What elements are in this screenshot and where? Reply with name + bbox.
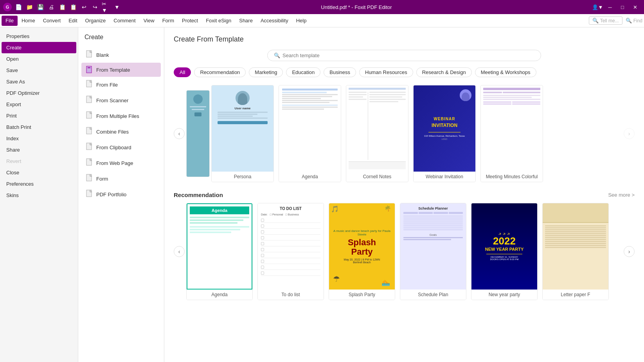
create-label-from-file: From File	[96, 82, 118, 88]
user-icon[interactable]: 👤▼	[592, 2, 603, 12]
category-btn-marketing[interactable]: Marketing	[249, 67, 283, 77]
menu-item-view[interactable]: View	[140, 16, 158, 26]
sidebar-item-properties[interactable]: Properties	[0, 31, 78, 42]
rec-thumb-schedule-plan: Schedule Planner Goals	[400, 203, 466, 290]
find-box[interactable]: 🔍 Find	[626, 18, 642, 24]
tell-me-text: Tell me...	[600, 18, 619, 24]
create-item-from-scanner[interactable]: From Scanner	[81, 92, 161, 108]
sidebar-item-print[interactable]: Print	[0, 110, 78, 121]
category-btn-research-design[interactable]: Research & Design	[416, 67, 472, 77]
rec-thumb-splash-party: 🎵 🌴 A music and dance beach party for Pa…	[329, 203, 395, 290]
category-btn-education[interactable]: Education	[286, 67, 320, 77]
see-more-link[interactable]: See more >	[608, 192, 635, 198]
template-card-webinar-invitation[interactable]: WEBINAR INVITATION 315 Wilson Avenue, Ri…	[413, 85, 476, 182]
sidebar-item-save-as[interactable]: Save As	[0, 76, 78, 87]
minimize-button[interactable]: ─	[604, 2, 616, 12]
menu-item-convert[interactable]: Convert	[39, 16, 65, 26]
recommendation-row: ‹ Agenda Agenda TO DO LIST Date:□ Person…	[174, 203, 635, 300]
copy-icon[interactable]: 📋	[58, 3, 67, 11]
sidebar-item-share[interactable]: Share	[0, 144, 78, 156]
sidebar-item-create[interactable]: Create	[2, 42, 76, 53]
category-btn-meeting-workshops[interactable]: Meeting & Workshops	[475, 67, 536, 77]
sidebar-item-revert: Revert	[0, 156, 78, 167]
save-icon[interactable]: 💾	[36, 3, 45, 11]
sidebar-item-pdf-optimizer[interactable]: PDF Optimizer	[0, 87, 78, 99]
menu-item-edit[interactable]: Edit	[65, 16, 81, 26]
content-area: Create From Template 🔍 AllRecommendation…	[164, 27, 644, 362]
close-button[interactable]: ✕	[629, 2, 641, 12]
search-template-input[interactable]	[282, 52, 534, 58]
svg-rect-3	[88, 67, 90, 68]
rec-name-label: Splash Party	[329, 290, 395, 300]
create-item-blank[interactable]: Blank	[81, 47, 161, 63]
rec-card-splash-party[interactable]: 🎵 🌴 A music and dance beach party for Pa…	[329, 203, 395, 300]
rec-card-to-do-list[interactable]: TO DO LIST Date:□ Personal□ Business To …	[257, 203, 324, 300]
category-btn-recommendation[interactable]: Recommendation	[194, 67, 246, 77]
rec-templates: Agenda Agenda TO DO LIST Date:□ Personal…	[186, 203, 622, 300]
rec-card-letter-paper-f[interactable]: Letter paper F	[542, 203, 609, 300]
more-icon[interactable]: ✂▼	[102, 3, 110, 11]
menu-item-comment[interactable]: Comment	[110, 16, 139, 26]
create-item-pdf-portfolio[interactable]: PDF Portfolio	[81, 186, 161, 202]
create-item-from-webpage[interactable]: From Web Page	[81, 155, 161, 171]
menu-item-accessibility[interactable]: Accessibility	[257, 16, 292, 26]
create-item-from-file[interactable]: From File	[81, 77, 161, 92]
maximize-button[interactable]: □	[617, 2, 628, 12]
rec-card-new-year-party[interactable]: ✨ ✨ ✨ 2022 NEW YEAR PARTY DECEMBER 31, S…	[471, 203, 538, 300]
app-icon[interactable]: G	[3, 3, 12, 11]
menu-item-share[interactable]: Share	[235, 16, 257, 26]
rec-scroll-right[interactable]: ›	[624, 246, 635, 257]
create-item-combine-files[interactable]: Combine Files	[81, 124, 161, 139]
sidebar-item-close[interactable]: Close	[0, 167, 78, 178]
print-icon[interactable]: 🖨	[47, 3, 56, 11]
menu-item-help[interactable]: Help	[292, 16, 311, 26]
menu-item-protect[interactable]: Protect	[178, 16, 202, 26]
quick-access-icon[interactable]: ▼	[113, 3, 121, 11]
template-card-persona[interactable]: User name Persona	[211, 85, 274, 182]
first-partial-card[interactable]	[186, 90, 210, 177]
category-filter: AllRecommendationMarketingEducationBusin…	[174, 67, 635, 77]
create-item-from-clipboard[interactable]: From Clipboard	[81, 139, 161, 155]
new-icon[interactable]: 📄	[14, 3, 23, 11]
template-card-agenda[interactable]: Agenda	[279, 85, 341, 182]
menu-item-foxit-esign[interactable]: Foxit eSign	[202, 16, 235, 26]
sidebar-item-save[interactable]: Save	[0, 65, 78, 76]
create-item-form[interactable]: Form	[81, 171, 161, 186]
template-card-meeting-minutes-colorful[interactable]: Meeting Minutes Colorful	[480, 85, 543, 182]
rec-card-agenda[interactable]: Agenda Agenda	[186, 203, 253, 300]
svg-rect-5	[88, 70, 90, 71]
sidebar-item-export[interactable]: Export	[0, 99, 78, 110]
create-item-from-multiple[interactable]: From Multiple Files	[81, 108, 161, 124]
sidebar-item-batch-print[interactable]: Batch Print	[0, 121, 78, 133]
sidebar-item-index[interactable]: Index	[0, 133, 78, 144]
create-item-from-template[interactable]: From Template	[81, 63, 161, 77]
create-icon-pdf-portfolio	[86, 190, 93, 199]
category-btn-all[interactable]: All	[174, 67, 191, 77]
menu-item-form[interactable]: Form	[158, 16, 178, 26]
menu-search-area: 🔍 Tell me... 🔍 Find	[589, 16, 642, 25]
rec-scroll-left[interactable]: ‹	[174, 246, 185, 257]
sidebar-item-preferences[interactable]: Preferences	[0, 178, 78, 190]
sidebar-item-skins[interactable]: Skins	[0, 190, 78, 201]
open-icon[interactable]: 📁	[25, 3, 34, 11]
menu-item-file[interactable]: File	[2, 16, 18, 26]
category-btn-human-resources[interactable]: Human Resources	[359, 67, 413, 77]
tell-me-box[interactable]: 🔍 Tell me...	[589, 16, 622, 25]
create-icon-blank	[86, 50, 93, 60]
featured-scroll-left[interactable]: ‹	[174, 128, 185, 139]
featured-scroll-right[interactable]: ›	[624, 128, 635, 139]
menu-item-organize[interactable]: Organize	[81, 16, 110, 26]
create-label-blank: Blank	[96, 52, 109, 58]
rec-card-schedule-plan[interactable]: Schedule Planner Goals Schedule Plan	[400, 203, 466, 300]
redo-icon[interactable]: ↪	[91, 3, 99, 11]
sidebar-item-open[interactable]: Open	[0, 53, 78, 65]
svg-rect-4	[88, 69, 90, 69]
menu-item-home[interactable]: Home	[18, 16, 39, 26]
category-btn-business[interactable]: Business	[324, 67, 356, 77]
template-search-box[interactable]: 🔍	[267, 50, 541, 61]
rec-name-label: Agenda	[187, 290, 252, 300]
template-card-cornell-notes[interactable]: Cornell Notes	[346, 85, 408, 182]
featured-templates: User name Persona Agenda	[211, 85, 622, 182]
paste-icon[interactable]: 📋	[69, 3, 77, 11]
undo-icon[interactable]: ↩	[80, 3, 88, 11]
